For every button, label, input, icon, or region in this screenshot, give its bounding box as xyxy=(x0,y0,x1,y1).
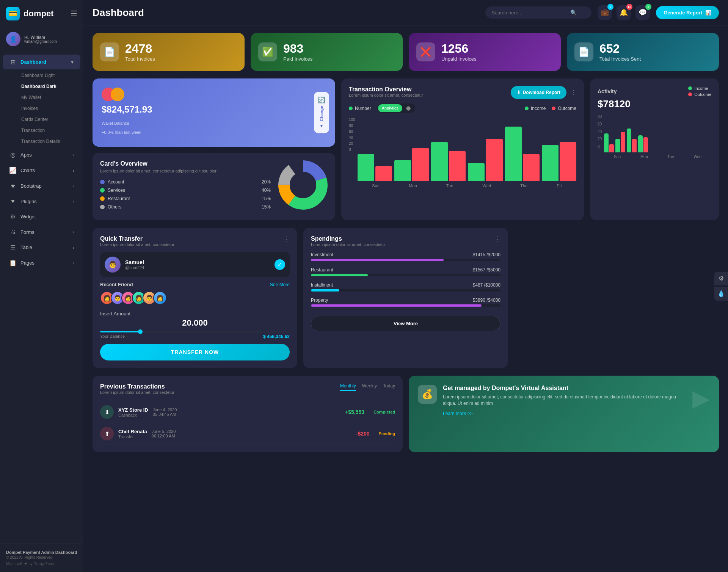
label-wed: Wed xyxy=(483,183,491,188)
chevron-right-icon-5: › xyxy=(73,230,74,234)
income-legend-dot xyxy=(688,86,692,90)
main-content: Dashboard 🔍 💼 2 🔔 12 💬 5 Generate Report… xyxy=(83,0,728,572)
va-learn-more-link[interactable]: Learn more >> xyxy=(443,411,473,416)
sidebar-item-apps[interactable]: ◎ Apps › xyxy=(3,147,80,162)
qt-contact-name: Samuel xyxy=(125,259,144,265)
sidebar-item-forms[interactable]: 🖨 Forms › xyxy=(3,225,80,239)
analytics-toggle[interactable]: Analytics ⬤ xyxy=(377,103,415,113)
download-report-button[interactable]: ⬇ Download Report xyxy=(511,86,566,99)
co-row-services: Services 40% xyxy=(100,188,271,193)
sidebar-item-dashboard[interactable]: ⊞ Dashboard ▼ xyxy=(3,55,80,69)
tx-status-1: Completed xyxy=(373,410,395,414)
sidebar-item-bootstrap[interactable]: ★ Bootstrap › xyxy=(3,179,80,193)
y-40: 40 xyxy=(598,130,602,134)
sidebar-item-charts[interactable]: 📈 Charts › xyxy=(3,163,80,178)
paid-invoices-num: 983 xyxy=(283,42,312,55)
chat-badge: 5 xyxy=(645,4,651,10)
tx-date-value-2: June 5, 2020 xyxy=(152,429,176,434)
bar-group-wed xyxy=(468,139,502,181)
toggle-off[interactable]: ⬤ xyxy=(402,104,414,112)
submenu-item-invoices[interactable]: Invoices xyxy=(15,103,80,114)
hamburger-icon[interactable]: ☰ xyxy=(71,9,77,18)
y-label-20: 20 xyxy=(349,141,355,146)
submenu-item-light[interactable]: Dashboard Light xyxy=(15,70,80,81)
sidebar-item-widget[interactable]: ⚙ Widget xyxy=(3,209,80,224)
tab-monthly[interactable]: Monthly xyxy=(340,383,356,391)
chat-button[interactable]: 💬 5 xyxy=(635,5,650,20)
sidebar-logo: 💳 dompet ☰ xyxy=(0,0,83,27)
activity-amount: $78120 xyxy=(598,98,711,110)
user-email: william@gmail.com xyxy=(24,39,57,44)
sidebar-label-widget: Widget xyxy=(20,214,74,219)
prev-tx-title: Previous Transactions xyxy=(100,383,174,390)
wallet-left: $824,571.93 Wallet Balance +0.8% than la… xyxy=(102,88,152,135)
rs-settings-icon[interactable]: ⚙ xyxy=(714,272,728,285)
outcome-dot xyxy=(552,107,555,110)
content-area: 📄 2478 Total Invoices ✅ 983 Paid Invoice… xyxy=(83,25,728,460)
generate-report-button[interactable]: Generate Report 📊 xyxy=(656,6,719,19)
spendings-more-icon[interactable]: ⋮ xyxy=(494,235,500,243)
sidebar-item-table[interactable]: ☰ Table › xyxy=(3,240,80,255)
sidebar-label-pages: Pages xyxy=(20,260,69,266)
submenu-item-cards[interactable]: Cards Center xyxy=(15,114,80,125)
tx-desc: Lorem ipsum dolor sit amet, consectetur xyxy=(349,93,423,97)
toggle-on[interactable]: Analytics xyxy=(378,104,402,112)
qt-contact-info: Samuel @sum224 xyxy=(125,259,144,270)
dashboard-icon: ⊞ xyxy=(9,58,17,66)
bar-group-thu xyxy=(505,127,540,181)
tx-row-1: ⬇ XYZ Store ID Cashback June 4, 2020 05:… xyxy=(100,401,395,423)
services-pct: 40% xyxy=(262,188,271,193)
avatars-row: 👩 👨 👩 👩 👨 👩 xyxy=(100,291,290,305)
bar-mon-red xyxy=(412,148,429,181)
tx-more-icon[interactable]: ⋮ xyxy=(570,89,576,96)
qt-more-icon[interactable]: ⋮ xyxy=(284,235,290,243)
sidebar-item-plugins[interactable]: ♥ Plugins › xyxy=(3,194,80,208)
search-input[interactable] xyxy=(491,10,567,16)
bar-thu-green xyxy=(505,127,522,181)
notification-button[interactable]: 🔔 12 xyxy=(617,5,631,20)
balance-amount: $ 456,345.62 xyxy=(263,334,290,339)
sidebar-item-pages[interactable]: 📋 Pages › xyxy=(3,255,80,270)
bar-sun-green xyxy=(358,154,374,181)
tab-weekly[interactable]: Weekly xyxy=(362,383,377,391)
co-row-account: Account 20% xyxy=(100,179,271,185)
briefcase-button[interactable]: 💼 2 xyxy=(598,5,612,20)
recent-friend-label: Recent Friend xyxy=(100,282,133,287)
bar-tue-red xyxy=(449,151,466,181)
outcome-legend-dot xyxy=(688,92,692,96)
see-more-link[interactable]: See More xyxy=(270,282,290,287)
investment-name: Investment xyxy=(311,252,333,257)
amount-slider[interactable] xyxy=(100,331,290,332)
tab-today[interactable]: Today xyxy=(383,383,395,391)
y-label-0: 0 xyxy=(349,147,355,152)
download-label: Download Report xyxy=(523,90,560,95)
wallet-balance-label: Wallet Balance xyxy=(102,121,152,125)
va-title: Get managed by Dompet's Virtual Assistan… xyxy=(443,385,686,392)
y-80: 80 xyxy=(598,114,602,119)
submenu-item-transaction[interactable]: Transaction xyxy=(15,125,80,136)
avatar: 👤 xyxy=(6,32,20,46)
act-label-sun: Sun xyxy=(614,155,621,159)
wallet-change: +0.8% than last week xyxy=(102,130,152,135)
view-more-button[interactable]: View More xyxy=(311,316,500,331)
wallet-change-button[interactable]: 🔄 Change ▼ xyxy=(314,92,329,133)
investment-bar-bg xyxy=(311,259,500,261)
prev-transactions-card: Previous Transactions Lorem ipsum dolor … xyxy=(93,376,403,452)
submenu-item-dark[interactable]: Dashboard Dark xyxy=(15,81,80,92)
rs-water-icon[interactable]: 💧 xyxy=(714,287,728,301)
y-axis-labels: 100 80 60 40 20 0 xyxy=(349,118,355,152)
y-20: 20 xyxy=(598,137,602,141)
balance-row: Your Balance $ 456,345.62 xyxy=(100,334,290,339)
number-label: Number xyxy=(355,106,371,111)
qt-desc: Lorem ipsum dolor sit amet, consectetur xyxy=(100,242,174,247)
user-info: 👤 Hi, William william@gmail.com xyxy=(0,27,83,51)
transfer-now-button[interactable]: TRANSFER NOW xyxy=(100,344,290,360)
sidebar-label-table: Table xyxy=(20,244,69,250)
tx-info-2: Chef Renata Transfer xyxy=(118,429,147,439)
spending-property-row: Property $3890 /$4000 xyxy=(311,298,500,303)
property-amount: $3890 /$4000 xyxy=(473,298,500,303)
submenu-item-wallet[interactable]: My Wallet xyxy=(15,92,80,103)
legend-income: Income xyxy=(525,106,546,111)
submenu-item-transaction-details[interactable]: Transaction Details xyxy=(15,136,80,147)
last-row: Previous Transactions Lorem ipsum dolor … xyxy=(93,376,719,452)
